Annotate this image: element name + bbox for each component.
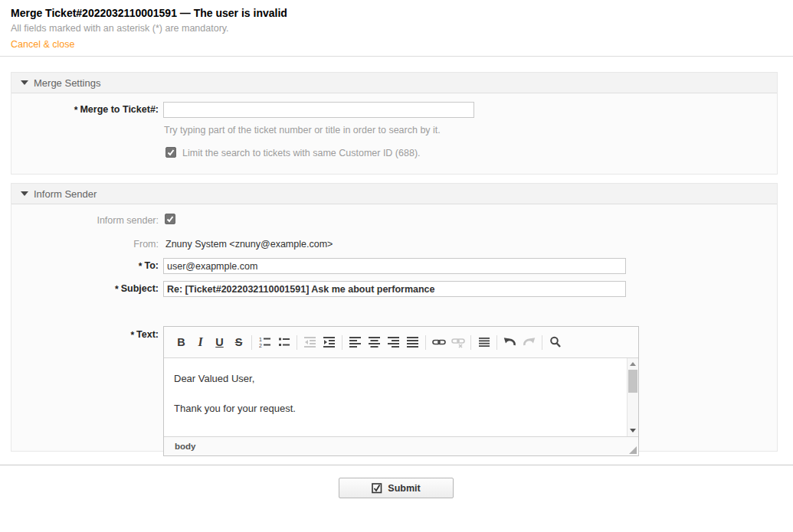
to-input[interactable] xyxy=(163,258,626,274)
toolbar-separator xyxy=(342,335,342,350)
justify-icon xyxy=(407,336,419,348)
merge-to-hint: Try typing part of the ticket number or … xyxy=(164,125,441,135)
align-right-icon xyxy=(388,336,400,348)
text-label: *Text: xyxy=(11,329,159,340)
scrollbar-thumb[interactable] xyxy=(628,370,637,393)
underline-button[interactable]: U xyxy=(210,331,229,353)
merge-settings-widget-header[interactable]: Merge Settings xyxy=(11,73,777,93)
bold-button[interactable]: B xyxy=(172,331,191,353)
link-button[interactable] xyxy=(429,331,448,353)
redo-icon xyxy=(523,336,536,348)
undo-icon xyxy=(503,336,516,348)
widget-title: Inform Sender xyxy=(34,188,97,200)
element-path-body[interactable]: body xyxy=(175,442,195,451)
merge-to-ticket-label: *Merge to Ticket#: xyxy=(11,104,159,115)
italic-button[interactable]: I xyxy=(191,331,210,353)
required-marker: * xyxy=(130,330,134,341)
widget-title: Merge Settings xyxy=(34,77,100,89)
submit-label: Submit xyxy=(388,483,420,494)
find-icon xyxy=(549,336,562,348)
scroll-up-icon[interactable] xyxy=(630,362,636,366)
editor-text[interactable]: Dear Valued User, Thank you for your req… xyxy=(164,358,627,436)
richtext-editor: B I U S 1 2 xyxy=(163,326,639,456)
check-icon xyxy=(167,149,175,156)
merge-ticket-page: Merge Ticket#2022032110001591 — The user… xyxy=(0,0,793,532)
strikethrough-icon: S xyxy=(235,336,243,348)
merge-settings-widget: Merge Settings *Merge to Ticket#: Try ty… xyxy=(11,72,778,175)
unlink-button xyxy=(448,331,467,353)
align-left-icon xyxy=(349,336,362,348)
align-center-button[interactable] xyxy=(365,331,384,353)
limit-search-checkbox[interactable] xyxy=(165,147,176,158)
from-label: From: xyxy=(11,239,159,250)
required-marker: * xyxy=(74,105,78,116)
bulleted-list-icon xyxy=(278,336,290,348)
editor-scrollbar[interactable] xyxy=(627,358,638,436)
numbered-list-button[interactable]: 1 2 xyxy=(255,331,274,353)
from-value: Znuny System <znuny@example.com> xyxy=(165,239,333,250)
redo-button xyxy=(519,331,539,353)
horizontal-rule-icon xyxy=(478,336,490,348)
toolbar-separator xyxy=(425,335,426,350)
justify-button[interactable] xyxy=(403,331,422,353)
required-marker: * xyxy=(115,284,119,295)
toolbar-separator xyxy=(496,335,497,350)
collapse-caret-icon xyxy=(21,191,28,196)
mandatory-note: All fields marked with an asterisk (*) a… xyxy=(11,23,229,34)
scroll-down-icon[interactable] xyxy=(630,429,636,432)
bulleted-list-button[interactable] xyxy=(274,331,293,353)
cancel-close-link[interactable]: Cancel & close xyxy=(11,39,74,50)
page-header: Merge Ticket#2022032110001591 — The user… xyxy=(0,0,793,57)
svg-text:1: 1 xyxy=(259,337,262,342)
toolbar-separator xyxy=(542,335,542,350)
subject-input[interactable] xyxy=(163,281,626,297)
merge-to-ticket-input[interactable] xyxy=(163,102,474,118)
italic-icon: I xyxy=(198,335,202,349)
undo-button[interactable] xyxy=(500,331,519,353)
editor-resize-handle[interactable] xyxy=(629,446,637,454)
align-left-button[interactable] xyxy=(346,331,365,353)
indent-button[interactable] xyxy=(319,331,339,353)
limit-search-label: Limit the search to tickets with same Cu… xyxy=(182,148,421,158)
subject-label: *Subject: xyxy=(11,283,159,294)
submit-button[interactable]: Submit xyxy=(339,478,454,498)
editor-content-area: Dear Valued User, Thank you for your req… xyxy=(164,358,638,436)
editor-toolbar: B I U S 1 2 xyxy=(164,327,638,358)
horizontal-rule-button[interactable] xyxy=(474,331,493,353)
editor-footer: body xyxy=(164,436,638,455)
bold-icon: B xyxy=(177,336,185,348)
align-right-button[interactable] xyxy=(384,331,403,353)
underline-icon: U xyxy=(215,336,223,348)
editor-line: Thank you for your request. xyxy=(174,403,617,414)
submit-check-icon xyxy=(372,483,382,494)
outdent-button xyxy=(300,331,319,353)
find-button[interactable] xyxy=(546,331,565,353)
editor-line: Dear Valued User, xyxy=(174,373,617,384)
toolbar-separator xyxy=(297,335,297,350)
footer-divider xyxy=(0,465,793,465)
collapse-caret-icon xyxy=(21,80,28,85)
strikethrough-button[interactable]: S xyxy=(229,331,248,353)
align-center-icon xyxy=(369,336,381,348)
numbered-list-icon: 1 2 xyxy=(259,336,271,348)
inform-sender-widget-header[interactable]: Inform Sender xyxy=(11,184,777,204)
check-icon xyxy=(166,215,174,223)
inform-sender-widget: Inform Sender Inform sender: From: Znuny… xyxy=(11,183,778,452)
indent-icon xyxy=(323,336,336,348)
inform-sender-label: Inform sender: xyxy=(11,215,159,226)
page-title: Merge Ticket#2022032110001591 — The user… xyxy=(11,7,287,19)
to-label: *To: xyxy=(11,260,159,271)
inform-sender-checkbox[interactable] xyxy=(165,214,175,224)
required-marker: * xyxy=(139,261,143,272)
unlink-icon xyxy=(451,336,465,348)
toolbar-separator xyxy=(470,335,471,350)
svg-text:2: 2 xyxy=(259,343,262,348)
link-icon xyxy=(432,336,446,348)
outdent-icon xyxy=(304,336,316,348)
toolbar-separator xyxy=(251,335,252,350)
